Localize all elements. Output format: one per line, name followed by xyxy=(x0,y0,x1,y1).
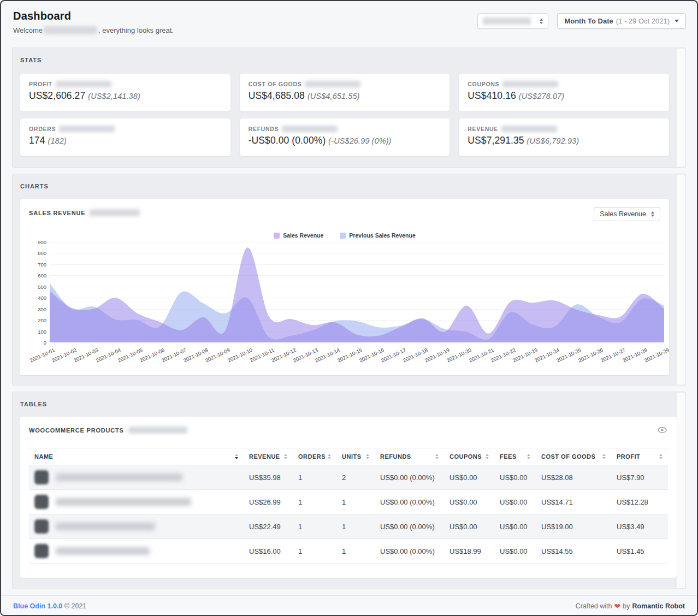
title-block: Dashboard Welcome, everything looks grea… xyxy=(13,10,174,34)
y-axis-label: 800 xyxy=(29,250,46,256)
stat-label-text: REFUNDS xyxy=(249,126,279,132)
stats-panel: STATS PROFITUS$2,606.27(US$2,141.38)COST… xyxy=(12,48,686,168)
stat-card-label: COST OF GOODS xyxy=(249,81,441,87)
redacted-store-name xyxy=(483,17,531,25)
x-axis-label: 2021-10-03 xyxy=(73,347,99,364)
product-thumbnail-redacted xyxy=(34,544,49,558)
x-axis-label: 2021-10-09 xyxy=(204,347,231,364)
product-name xyxy=(34,519,244,534)
x-axis-label: 2021-10-26 xyxy=(577,347,604,364)
page-title: Dashboard xyxy=(13,10,174,22)
cell-coupons: US$0.00 xyxy=(444,465,494,490)
tables-scrollbar-track[interactable] xyxy=(677,393,685,588)
x-axis-label: 2021-10-18 xyxy=(402,347,429,364)
cell-revenue: US$16.00 xyxy=(244,539,293,564)
cell-fees: US$0.00 xyxy=(494,490,536,514)
stat-value-main: US$4,685.08 xyxy=(249,90,305,101)
legend-item-sales-revenue[interactable]: Sales Revenue xyxy=(274,232,323,239)
charts-scrollbar-track[interactable] xyxy=(677,175,685,384)
stat-card-label: COUPONS xyxy=(468,81,660,87)
product-name-redacted xyxy=(56,473,182,481)
sales-revenue-canvas[interactable] xyxy=(50,242,664,342)
legend-swatch-icon xyxy=(274,233,280,239)
column-header-refunds[interactable]: REFUNDS xyxy=(375,448,444,465)
table-row[interactable]: US$22.4911US$0.00 (0.00%)US$0.00US$0.00U… xyxy=(29,514,668,539)
legend-label: Previous Sales Revenue xyxy=(349,232,415,239)
x-axis-label: 2021-10-10 xyxy=(227,347,253,364)
x-axis-label: 2021-10-04 xyxy=(94,347,121,364)
stat-card-value: US$410.16(US$278.07) xyxy=(468,90,660,102)
cell-units: 1 xyxy=(336,514,375,539)
cell-coupons: US$18.99 xyxy=(444,539,494,564)
table-row[interactable]: US$35.9812US$0.00 (0.00%)US$0.00US$0.00U… xyxy=(29,465,668,490)
column-header-coupons[interactable]: COUPONS xyxy=(444,448,494,465)
stat-label-text: REVENUE xyxy=(468,126,498,132)
select-updown-icon xyxy=(540,19,543,24)
stat-card-revenue: REVENUEUS$7,291.35(US$6,792.93) xyxy=(459,119,669,156)
cell-refunds: US$0.00 (0.00%) xyxy=(375,514,444,539)
y-axis-label: 900 xyxy=(29,239,46,245)
column-header-orders[interactable]: ORDERS xyxy=(293,448,336,465)
column-header-revenue[interactable]: REVENUE xyxy=(244,448,293,465)
eye-icon[interactable] xyxy=(656,424,668,436)
stat-card-value: US$2,606.27(US$2,141.38) xyxy=(29,90,222,102)
daterange-button[interactable]: Month To Date (1 - 29 Oct 2021) xyxy=(557,13,686,29)
column-header-fees[interactable]: FEES xyxy=(494,448,536,465)
cell-fees: US$0.00 xyxy=(494,514,536,539)
crafted-prefix: Crafted with xyxy=(576,602,612,610)
y-axis-label: 400 xyxy=(29,295,46,301)
stat-card-coupons: COUPONSUS$410.16(US$278.07) xyxy=(459,74,669,111)
product-thumbnail-redacted xyxy=(34,470,49,484)
x-axis-labels: 2021-10-012021-10-022021-10-032021-10-04… xyxy=(50,345,664,370)
stat-value-compare: (-US$26.99 (0%)) xyxy=(328,137,391,145)
cell-profit: US$3.49 xyxy=(611,514,668,539)
cell-cost-of-goods: US$19.00 xyxy=(536,514,611,539)
welcome-text: Welcome, everything looks great. xyxy=(13,26,174,34)
cell-coupons: US$0.00 xyxy=(444,514,494,539)
stat-value-compare: (US$6,792.93) xyxy=(527,137,579,145)
chart-metric-select[interactable]: Sales Revenue xyxy=(594,207,660,221)
table-row[interactable]: US$16.0011US$0.00 (0.00%)US$18.99US$0.00… xyxy=(29,539,668,564)
product-name-cell xyxy=(29,490,244,514)
page-footer: Blue Odin 1.0.0 © 2021 Crafted with ❤ by… xyxy=(1,595,697,616)
column-header-name[interactable]: NAME xyxy=(29,448,244,465)
column-header-label: REVENUE xyxy=(249,453,280,460)
x-axis-label: 2021-10-24 xyxy=(534,347,560,364)
column-header-profit[interactable]: PROFIT xyxy=(611,448,668,465)
table-row[interactable]: US$26.9911US$0.00 (0.00%)US$0.00US$0.00U… xyxy=(29,490,668,514)
stat-label-text: ORDERS xyxy=(29,126,56,132)
sort-icon xyxy=(366,454,369,459)
app-version-link[interactable]: Blue Odin 1.0.0 xyxy=(13,602,62,610)
column-header-label: REFUNDS xyxy=(380,453,411,460)
column-header-label: NAME xyxy=(34,453,53,460)
store-select[interactable] xyxy=(477,13,548,29)
legend-swatch-icon xyxy=(340,233,346,239)
column-header-label: PROFIT xyxy=(617,453,640,460)
redacted-stat-subtitle xyxy=(502,81,558,87)
redacted-stat-subtitle xyxy=(56,81,111,87)
sort-icon xyxy=(328,454,331,459)
column-header-units[interactable]: UNITS xyxy=(336,448,375,465)
topbar: Dashboard Welcome, everything looks grea… xyxy=(1,1,697,48)
sort-icon xyxy=(602,454,606,459)
column-header-label: FEES xyxy=(500,453,517,460)
stat-card-cost-of-goods: COST OF GOODSUS$4,685.08(US$4,651.55) xyxy=(240,74,450,111)
column-header-cost-of-goods[interactable]: COST OF GOODS xyxy=(536,448,611,465)
cell-profit: US$12.28 xyxy=(611,490,668,514)
cell-profit: US$1.45 xyxy=(611,539,668,564)
table-title: WOOCOMMERCE PRODUCTS xyxy=(29,427,187,434)
stat-value-compare: (US$278.07) xyxy=(519,92,564,100)
welcome-prefix: Welcome xyxy=(13,26,43,34)
cell-orders: 1 xyxy=(293,465,336,490)
legend-item-previous-sales-revenue[interactable]: Previous Sales Revenue xyxy=(340,232,415,239)
stat-value-main: US$410.16 xyxy=(468,90,516,101)
stat-card-label: PROFIT xyxy=(29,81,222,87)
x-axis-label: 2021-10-11 xyxy=(249,347,275,363)
cell-coupons: US$0.00 xyxy=(444,490,494,514)
column-header-label: COST OF GOODS xyxy=(541,453,595,460)
stat-label-text: PROFIT xyxy=(29,81,52,87)
stats-scrollbar-track[interactable] xyxy=(677,49,685,167)
stat-value-main: -US$0.00 (0.00%) xyxy=(249,135,326,146)
main-content: STATS PROFITUS$2,606.27(US$2,141.38)COST… xyxy=(1,48,697,595)
sort-icon xyxy=(435,454,439,459)
